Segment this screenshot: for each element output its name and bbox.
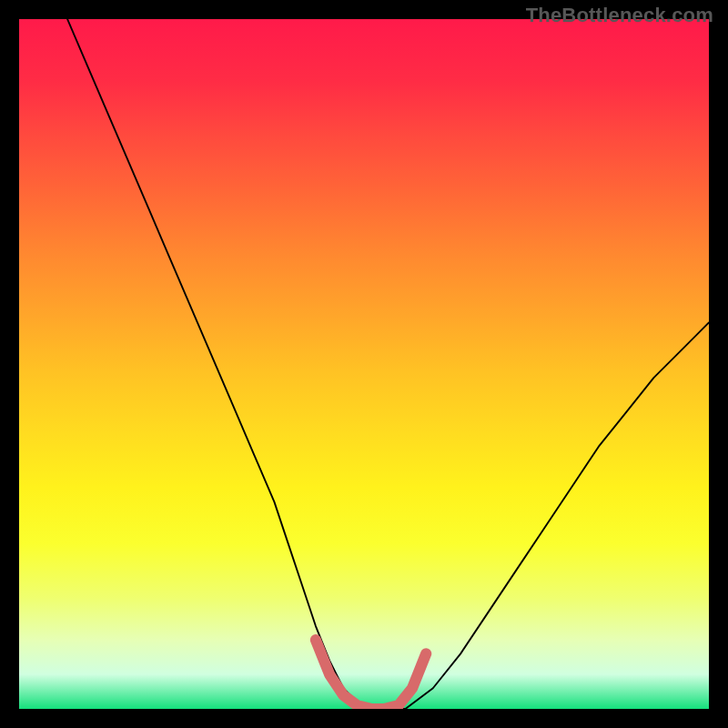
optimal-band: [316, 640, 426, 709]
watermark-text: TheBottleneck.com: [526, 4, 713, 27]
gradient-plot-area: [19, 19, 709, 709]
bottleneck-curve: [67, 19, 709, 709]
curve-layer: [19, 19, 709, 709]
chart-frame: TheBottleneck.com: [0, 0, 728, 728]
